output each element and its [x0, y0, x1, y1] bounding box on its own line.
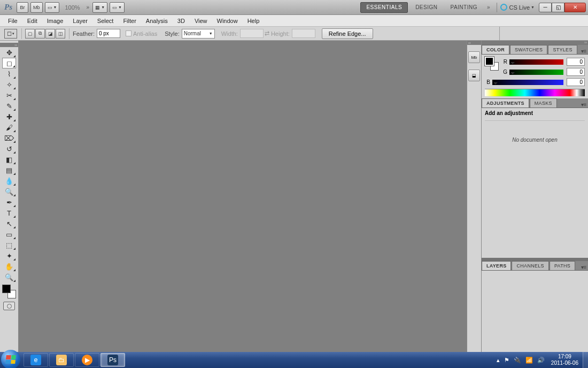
- selection-add-icon[interactable]: ⧉: [35, 29, 45, 39]
- menu-3d[interactable]: 3D: [173, 17, 190, 25]
- adjustments-panel: Add an adjustment No document open: [482, 108, 588, 258]
- arrange-button[interactable]: ▦▼: [92, 2, 107, 13]
- tab-adjustments[interactable]: ADJUSTMENTS: [482, 98, 529, 108]
- history-brush-tool[interactable]: ↺: [2, 143, 16, 154]
- menu-select[interactable]: Select: [92, 17, 119, 25]
- slider-red[interactable]: [509, 59, 563, 65]
- dock-strip-grip[interactable]: ‹‹: [467, 41, 481, 45]
- window-close-button[interactable]: ✕: [564, 3, 586, 12]
- color-panel: R G B: [482, 55, 588, 98]
- collapse-arrow-icon[interactable]: »: [87, 4, 90, 10]
- stamp-tool[interactable]: ⌦: [2, 133, 16, 143]
- width-label: Width:: [221, 30, 238, 37]
- tab-masks[interactable]: MASKS: [530, 98, 557, 108]
- panels-grip[interactable]: ››: [482, 41, 588, 45]
- color-panel-menu-icon[interactable]: ▾≡: [579, 48, 588, 54]
- crop-tool[interactable]: ✂: [2, 90, 16, 101]
- 3d-tool[interactable]: ⬚: [2, 240, 16, 250]
- path-tool[interactable]: ↖: [2, 218, 16, 229]
- minibridge-button[interactable]: Mb: [30, 2, 43, 13]
- clock[interactable]: 17:09 2011-06-06: [551, 354, 578, 366]
- workspace-design[interactable]: DESIGN: [410, 2, 443, 13]
- antialias-label: Anti-alias: [133, 30, 157, 37]
- workspace-painting[interactable]: PAINTING: [445, 2, 482, 13]
- wand-tool[interactable]: ✧: [2, 79, 16, 90]
- quickmask-button[interactable]: [3, 302, 15, 310]
- dock-minibridge-icon[interactable]: Mb: [468, 51, 480, 63]
- input-red[interactable]: [567, 58, 585, 66]
- input-green[interactable]: [567, 68, 585, 76]
- menu-edit[interactable]: Edit: [22, 17, 42, 25]
- layers-panel-menu-icon[interactable]: ▾≡: [579, 264, 588, 270]
- fgbg-swatch[interactable]: [2, 285, 16, 298]
- task-ie[interactable]: e: [24, 353, 48, 367]
- window-maximize-button[interactable]: ◱: [552, 3, 564, 12]
- lasso-tool[interactable]: ⌇: [2, 68, 16, 79]
- feather-input[interactable]: [97, 29, 120, 38]
- eyedropper-tool[interactable]: ✎: [2, 101, 16, 111]
- tool-preset-picker[interactable]: ◻▾: [4, 29, 17, 39]
- tab-color[interactable]: COLOR: [482, 45, 509, 54]
- menu-image[interactable]: Image: [42, 17, 68, 25]
- quickmask-icon: [7, 304, 12, 309]
- tab-swatches[interactable]: SWATCHES: [510, 45, 547, 54]
- slider-green[interactable]: [509, 70, 563, 75]
- menu-analysis[interactable]: Analysis: [141, 17, 173, 25]
- tab-layers[interactable]: LAYERS: [482, 261, 511, 270]
- tools-grip[interactable]: ››: [0, 43, 18, 47]
- tray-power-icon[interactable]: 🔌: [514, 357, 521, 364]
- blur-tool[interactable]: 💧: [2, 175, 16, 186]
- dock-history-icon[interactable]: ⬓: [468, 70, 480, 81]
- task-explorer[interactable]: 🗀: [49, 353, 74, 367]
- tray-flag-icon[interactable]: ⚑: [504, 357, 509, 364]
- screen-mode-button[interactable]: ▭▼: [45, 2, 60, 13]
- tab-channels[interactable]: CHANNELS: [512, 261, 548, 270]
- menu-window[interactable]: Window: [212, 17, 243, 25]
- cslive-button[interactable]: CS Live▼: [500, 4, 535, 11]
- pen-tool[interactable]: ✒: [2, 197, 16, 208]
- adjustments-panel-menu-icon[interactable]: ▾≡: [579, 102, 588, 108]
- menu-help[interactable]: Help: [243, 17, 265, 25]
- marquee-tool[interactable]: ◻: [2, 58, 16, 68]
- menu-view[interactable]: View: [190, 17, 212, 25]
- slider-blue[interactable]: [492, 80, 563, 85]
- hand-tool[interactable]: ✋: [2, 261, 16, 272]
- menu-file[interactable]: File: [3, 17, 22, 25]
- selection-new-icon[interactable]: ▢: [25, 29, 35, 39]
- workspace-essentials[interactable]: ESSENTIALS: [360, 2, 408, 13]
- menu-layer[interactable]: Layer: [68, 17, 92, 25]
- bridge-button[interactable]: Br: [17, 2, 28, 13]
- tab-paths[interactable]: PATHS: [550, 261, 575, 270]
- refine-edge-button[interactable]: Refine Edge...: [322, 28, 373, 39]
- menu-filter[interactable]: Filter: [118, 17, 141, 25]
- input-blue[interactable]: [567, 78, 585, 86]
- show-desktop-button[interactable]: [583, 352, 588, 368]
- move-tool[interactable]: ✥: [2, 47, 16, 58]
- task-photoshop[interactable]: Ps: [100, 353, 125, 367]
- workspace-more-icon[interactable]: »: [487, 4, 490, 10]
- healing-tool[interactable]: ✚: [2, 111, 16, 122]
- selection-intersect-icon[interactable]: ◫: [56, 29, 65, 39]
- type-tool[interactable]: T: [2, 208, 16, 218]
- extras-button[interactable]: ▭▼: [110, 2, 125, 13]
- window-minimize-button[interactable]: ─: [539, 3, 552, 12]
- color-fgbg-swatch[interactable]: [485, 57, 499, 71]
- dodge-tool[interactable]: 🔍: [2, 186, 16, 197]
- gradient-tool[interactable]: ▤: [2, 165, 16, 175]
- shape-tool[interactable]: ▭: [2, 229, 16, 240]
- style-select[interactable]: Normal▼: [182, 29, 215, 39]
- antialias-checkbox: [126, 30, 131, 36]
- fg-color-swatch[interactable]: [2, 285, 11, 293]
- tray-network-icon[interactable]: 📶: [525, 357, 533, 364]
- tab-styles[interactable]: STYLES: [548, 45, 577, 54]
- tray-up-icon[interactable]: ▴: [497, 357, 500, 364]
- selection-subtract-icon[interactable]: ◪: [45, 29, 55, 39]
- camera-tool[interactable]: ✦: [2, 250, 16, 261]
- brush-tool[interactable]: 🖌: [2, 122, 16, 133]
- zoom-tool[interactable]: 🔍: [2, 272, 16, 282]
- tray-volume-icon[interactable]: 🔊: [537, 357, 545, 364]
- start-button[interactable]: [1, 350, 20, 369]
- task-mediaplayer[interactable]: ▶: [75, 353, 99, 367]
- eraser-tool[interactable]: ◧: [2, 154, 16, 165]
- color-ramp[interactable]: [485, 89, 585, 96]
